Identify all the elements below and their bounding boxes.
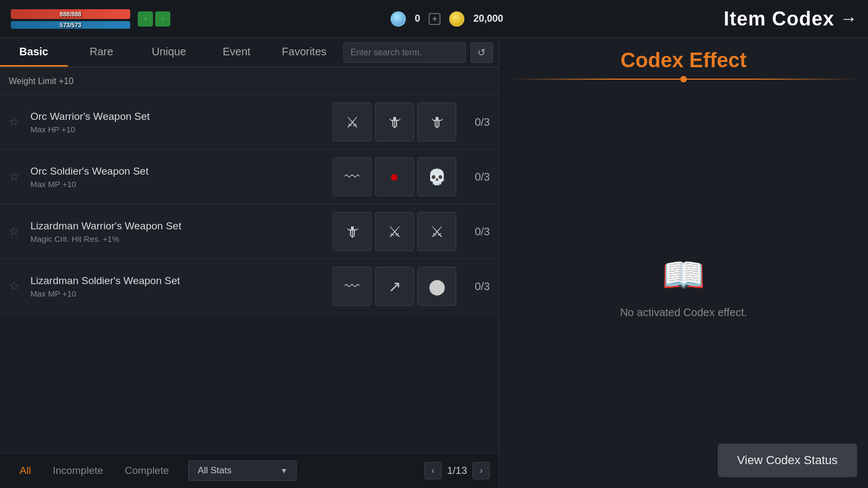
gem-count: 0	[414, 13, 420, 24]
header: 888/888 573/573 ↑ ↑ 0 + 20,000 Item Code…	[0, 0, 868, 38]
hp-bar: 888/888	[11, 9, 130, 19]
coin-icon	[449, 11, 464, 27]
sets-list: ☆ Orc Warrior's Weapon Set Max HP +10 ⚔ …	[0, 95, 499, 453]
add-gem-button[interactable]: +	[429, 13, 441, 25]
bottom-bar: All Incomplete Complete All Stats ▼ ‹ 1/…	[0, 453, 499, 488]
gem-icon	[391, 11, 406, 27]
set-stat-4: Max MP +10	[30, 289, 326, 298]
set-count-3: 0/3	[463, 226, 490, 238]
item-icon-3-2: ⚔	[375, 212, 414, 251]
set-row[interactable]: ☆ Lizardman Warrior's Weapon Set Magic C…	[0, 204, 499, 259]
buff-icon-2: ↑	[155, 11, 170, 27]
left-panel: Basic Rare Unique Event Favorites ↺ Weig…	[0, 38, 499, 488]
codex-empty-state: 📖 No activated Codex effect.	[510, 96, 857, 477]
health-section: 888/888 573/573 ↑ ↑	[11, 9, 170, 29]
title-area: Item Codex →	[724, 8, 857, 30]
main-container: Basic Rare Unique Event Favorites ↺ Weig…	[0, 38, 868, 488]
item-icon-4-3: ⬤	[417, 267, 456, 306]
filter-incomplete[interactable]: Incomplete	[42, 460, 114, 481]
set-count-2: 0/3	[463, 171, 490, 183]
favorite-star-2[interactable]: ☆	[9, 170, 24, 184]
set-stat-2: Max MP +10	[30, 179, 326, 189]
set-row[interactable]: ☆ Orc Warrior's Weapon Set Max HP +10 ⚔ …	[0, 95, 499, 150]
item-icon-1-2: 🗡	[375, 102, 414, 142]
item-icon-2-1: 〰	[333, 157, 372, 196]
item-icon-2-2: ●	[375, 157, 414, 196]
tab-basic[interactable]: Basic	[0, 38, 68, 67]
filter-all[interactable]: All	[9, 460, 42, 481]
page-info: 1/13	[447, 465, 467, 477]
set-icons-1: ⚔ 🗡 🗡	[333, 102, 456, 142]
set-icons-2: 〰 ● 💀	[333, 157, 456, 196]
search-area: ↺	[338, 38, 499, 67]
item-icon-3-3: ⚔	[417, 212, 456, 251]
set-count-1: 0/3	[463, 116, 490, 129]
partial-item-name: Weight Limit +10	[9, 76, 73, 86]
title-arrow-icon: →	[840, 9, 857, 29]
favorite-star-4[interactable]: ☆	[9, 279, 24, 293]
item-icon-4-2: ↗	[375, 267, 414, 306]
pagination: ‹ 1/13 ›	[424, 462, 490, 479]
next-page-button[interactable]: ›	[473, 462, 490, 479]
partial-item: Weight Limit +10	[0, 68, 499, 95]
set-title-1: Orc Warrior's Weapon Set	[30, 111, 326, 123]
search-button[interactable]: ↺	[470, 42, 493, 63]
set-info-2: Orc Soldier's Weapon Set Max MP +10	[30, 165, 326, 189]
stats-dropdown[interactable]: All Stats ▼	[188, 460, 297, 481]
favorite-star-1[interactable]: ☆	[9, 115, 24, 129]
set-row[interactable]: ☆ Lizardman Soldier's Weapon Set Max MP …	[0, 259, 499, 314]
set-icons-4: 〰 ↗ ⬤	[333, 267, 456, 306]
mp-label: 573/573	[11, 22, 130, 28]
set-info-1: Orc Warrior's Weapon Set Max HP +10	[30, 111, 326, 134]
buff-icon-1: ↑	[138, 11, 153, 27]
page-title: Item Codex	[724, 8, 834, 30]
set-info-4: Lizardman Soldier's Weapon Set Max MP +1…	[30, 275, 326, 298]
mp-bar: 573/573	[11, 21, 130, 29]
codex-effect-title: Codex Effect	[510, 49, 857, 72]
currency-group: 0 + 20,000	[391, 11, 503, 27]
health-bars: 888/888 573/573	[11, 9, 130, 29]
set-count-4: 0/3	[463, 280, 490, 293]
favorite-star-3[interactable]: ☆	[9, 224, 24, 239]
hp-label: 888/888	[11, 11, 130, 17]
book-icon: 📖	[662, 255, 705, 296]
gold-count: 20,000	[473, 13, 503, 24]
filter-complete[interactable]: Complete	[114, 460, 180, 481]
item-icon-4-1: 〰	[333, 267, 372, 306]
set-title-3: Lizardman Warrior's Weapon Set	[30, 220, 326, 232]
tab-favorites[interactable]: Favorites	[270, 38, 338, 67]
item-icon-2-3: 💀	[417, 157, 456, 196]
item-icon-1-1: ⚔	[333, 102, 372, 142]
item-icon-1-3: 🗡	[417, 102, 456, 142]
set-title-2: Orc Soldier's Weapon Set	[30, 165, 326, 177]
buff-icons: ↑ ↑	[138, 11, 170, 27]
tab-event[interactable]: Event	[203, 38, 271, 67]
set-row[interactable]: ☆ Orc Soldier's Weapon Set Max MP +10 〰 …	[0, 150, 499, 204]
set-icons-3: 🗡 ⚔ ⚔	[333, 212, 456, 251]
stats-dropdown-label: All Stats	[197, 465, 276, 476]
tab-unique[interactable]: Unique	[135, 38, 203, 67]
set-info-3: Lizardman Warrior's Weapon Set Magic Cri…	[30, 220, 326, 243]
set-stat-3: Magic Crit. Hit Res. +1%	[30, 234, 326, 243]
no-effect-text: No activated Codex effect.	[620, 306, 747, 319]
view-codex-status-button[interactable]: View Codex Status	[718, 444, 857, 477]
codex-divider	[510, 79, 857, 80]
prev-page-button[interactable]: ‹	[424, 462, 442, 479]
item-icon-3-1: 🗡	[333, 212, 372, 251]
tab-rare[interactable]: Rare	[68, 38, 136, 67]
tabs-bar: Basic Rare Unique Event Favorites ↺	[0, 38, 499, 68]
chevron-down-icon: ▼	[280, 466, 288, 475]
search-input[interactable]	[343, 42, 466, 63]
right-panel: Codex Effect 📖 No activated Codex effect…	[499, 38, 868, 488]
set-title-4: Lizardman Soldier's Weapon Set	[30, 275, 326, 287]
set-stat-1: Max HP +10	[30, 125, 326, 134]
